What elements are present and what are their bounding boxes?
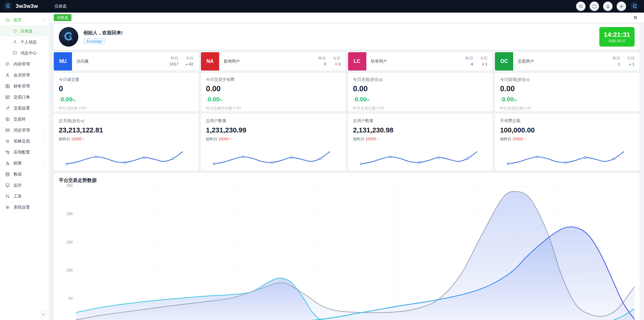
clock-date: 2025 03 17 [608, 39, 625, 43]
chevron-down-icon [42, 62, 45, 66]
chevron-down-icon [42, 172, 45, 176]
sidebar-item-label: 监控 [14, 182, 42, 188]
trend-down-icon: ▼ [482, 63, 485, 66]
sidebar-item-profile[interactable]: 个人信息 [0, 36, 49, 48]
trend-chart: 25020015010050 [59, 186, 635, 320]
today-deposit-card: 今日充值(折合u) 0.00 ↑0.00% 昨日充值总额:0.00 [348, 73, 493, 111]
chevron-down-icon [42, 183, 45, 187]
sidebar-item-label: 财务管理 [14, 83, 42, 89]
sidebar-item-label: 个人信息 [20, 39, 45, 45]
sidebar-item-trade-settings[interactable]: 交易设置 [0, 103, 49, 114]
sidebar-item-tools[interactable]: 工具 [0, 191, 49, 202]
yesterday-value: 4 [465, 61, 473, 67]
app-logo-icon [4, 2, 13, 11]
bell-icon [606, 4, 610, 9]
brand-name: 3w3w3w [16, 3, 38, 9]
total-cards-row: 总充值(折合u) 23,213,122.81 较昨日 10000 ↑ 总用户数量… [54, 114, 640, 171]
tab-layout-button[interactable] [631, 15, 640, 20]
sidebar-item-data[interactable]: 数据 [0, 169, 49, 180]
sidebar-item-monitoring[interactable]: 监控 [0, 180, 49, 191]
sidebar-item-home[interactable]: 首页 [0, 14, 49, 25]
y-tick-label: 50 [59, 296, 73, 301]
exchange-badge[interactable]: Exchange [83, 38, 105, 44]
topbar: 3w3w3w 仪表盘 [0, 0, 644, 13]
tab-dashboard[interactable]: 仪表盘 [54, 14, 71, 21]
sidebar-item-label: 消息中心 [20, 50, 45, 56]
sidebar-item-label: 交易对 [14, 116, 42, 122]
today-value: 1 [632, 62, 635, 66]
today-cards-row: 今日成交量 0 ↑0.00% 昨日成交量:0.00 今日交易手续费 0.00 ↑… [54, 73, 640, 111]
today-value: 42 [189, 62, 193, 66]
settings-button[interactable] [617, 2, 626, 11]
dashboard-screen: 3w3w3w 仪表盘 首页 仪表盘 个人信息 消息中心 内容管理 会员管理 财务… [0, 0, 644, 320]
chevron-down-icon [42, 117, 45, 121]
search-button[interactable] [576, 2, 586, 11]
sidebar-item-label: 仪表盘 [20, 28, 45, 34]
sparkline-chart [211, 149, 333, 169]
stat-code-badge: OC [495, 52, 513, 70]
sidebar-item-label: 工具 [14, 194, 42, 199]
y-tick-label: 150 [59, 240, 73, 244]
chevron-down-icon [42, 139, 45, 143]
apps-icon [5, 150, 10, 155]
today-withdraw-card: 今日提现(折合u) 0.00 ↑0.00% 昨日提现总额:0.00 [495, 73, 640, 111]
sidebar-collapse-button[interactable] [40, 311, 47, 318]
sidebar-item-label: 内容管理 [14, 61, 42, 67]
finance-grid-icon [5, 84, 10, 89]
sidebar-item-label: 系统设置 [14, 205, 45, 210]
welcome-card: 创始人，欢迎回来! Exchange 14:21:31 2025 03 17 [54, 24, 640, 50]
settings-gear-icon [5, 205, 10, 210]
y-tick-label: 100 [59, 268, 73, 272]
sidebar-item-trade-orders[interactable]: 交易订单 [0, 92, 49, 103]
mail-icon [5, 128, 10, 133]
welcome-avatar [59, 27, 78, 47]
trend-up-icon: ▲ [185, 63, 188, 66]
chevron-down-icon [42, 95, 45, 99]
trend-down-icon: ▼ [335, 63, 337, 66]
topbar-actions [576, 2, 644, 11]
sidebar-item-app-config[interactable]: 应用配置 [0, 147, 49, 158]
welcome-greeting: 创始人，欢迎回来! [83, 30, 123, 36]
today-value: 3 [338, 62, 340, 66]
fullscreen-button[interactable] [590, 2, 599, 11]
yesterday-value: 3 [319, 61, 326, 67]
total-users-card-1: 总用户数量 1,231,230.99 较昨日 10000 ↑ [201, 114, 346, 171]
home-icon [5, 18, 10, 23]
dashboard-icon [13, 29, 17, 33]
wrench-icon [5, 106, 10, 111]
chevron-down-icon [42, 128, 45, 132]
user-avatar[interactable] [630, 2, 640, 11]
sidebar-item-label: 消息管理 [14, 127, 42, 133]
up-arrow-icon: ↑ [230, 137, 232, 141]
sidebar-item-label: 策略交易 [14, 138, 42, 144]
sidebar: 首页 仪表盘 个人信息 消息中心 内容管理 会员管理 财务管理 交易订单 交易设… [0, 13, 49, 320]
total-fee-card: 手续费总额 100,000.00 较昨日 10000 ↑ [495, 114, 640, 171]
breadcrumb: 仪表盘 [54, 3, 67, 9]
stat-cards-row: NU 访问量 昨日1017 今日▲42 NA 新增用户 昨日3 今日▼3 LC … [54, 52, 640, 70]
chevron-up-icon [42, 18, 45, 22]
sidebar-item-message-management[interactable]: 消息管理 [0, 125, 49, 136]
stat-card-login-users: LC 登录用户 昨日4 今日▼1 [348, 52, 493, 70]
sidebar-item-message-center[interactable]: 消息中心 [0, 48, 49, 59]
sidebar-item-label: 会员管理 [14, 72, 42, 78]
sidebar-item-member-management[interactable]: 会员管理 [0, 70, 49, 81]
sidebar-item-permissions[interactable]: 权限 [0, 158, 49, 169]
chevron-down-icon [42, 161, 45, 165]
sparkline-chart [505, 149, 627, 169]
stat-code-badge: NA [201, 52, 219, 70]
main-content: 创始人，欢迎回来! Exchange 14:21:31 2025 03 17 N… [49, 23, 644, 320]
total-users-card-2: 总用户数量 2,131,230.98 较昨日 10000 ↑ [348, 114, 493, 171]
notifications-button[interactable] [603, 2, 613, 11]
sidebar-item-strategy-trading[interactable]: 策略交易 [0, 136, 49, 147]
sidebar-item-label: 交易设置 [14, 105, 42, 111]
sidebar-item-system-settings[interactable]: 系统设置 [0, 202, 49, 213]
sidebar-item-label: 数据 [14, 171, 42, 177]
sidebar-item-finance-management[interactable]: 财务管理 [0, 81, 49, 92]
copyright-icon [5, 117, 10, 122]
sidebar-item-content-management[interactable]: 内容管理 [0, 59, 49, 70]
stat-card-new-users: NA 新增用户 昨日3 今日▼3 [201, 52, 346, 70]
fullscreen-icon [592, 4, 597, 9]
sidebar-item-dashboard[interactable]: 仪表盘 [0, 25, 49, 36]
stat-card-visits: NU 访问量 昨日1017 今日▲42 [54, 52, 198, 70]
sidebar-item-trade-pairs[interactable]: 交易对 [0, 114, 49, 125]
